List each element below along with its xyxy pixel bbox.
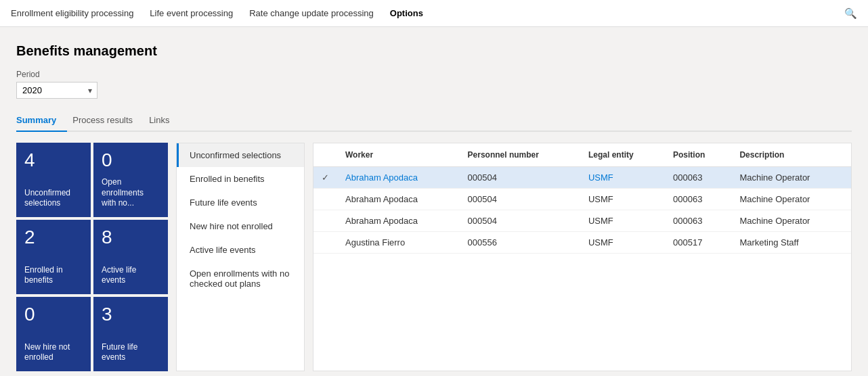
page-title: Benefits management	[16, 43, 852, 59]
col-worker: Worker	[337, 143, 460, 167]
tab-links[interactable]: Links	[149, 110, 180, 132]
tile-active-label: Active life events	[102, 265, 160, 286]
dashboard: 4 Unconfirmed selections 0 Open enrollme…	[16, 143, 852, 371]
nav-life-event[interactable]: Life event processing	[150, 1, 233, 25]
row-description: Machine Operator	[731, 167, 851, 189]
row-worker[interactable]: Abraham Apodaca	[337, 167, 460, 189]
menu-item-unconfirmed-selections[interactable]: Unconfirmed selections	[177, 143, 304, 167]
row-description: Machine Operator	[731, 189, 851, 210]
data-table: Worker Personnel number Legal entity Pos…	[313, 143, 851, 254]
period-label: Period	[16, 70, 852, 79]
tile-new-hire[interactable]: 0 New hire not enrolled	[16, 297, 91, 371]
menu-item-active-life-events[interactable]: Active life events	[177, 238, 304, 262]
menu-item-future-life-events[interactable]: Future life events	[177, 191, 304, 214]
table-row[interactable]: Agustina Fierro000556USMF000517Marketing…	[313, 232, 851, 254]
top-navigation: Enrollment eligibility processing Life e…	[0, 0, 868, 27]
tabs-bar: Summary Process results Links	[16, 110, 852, 132]
period-select-wrapper: 2020	[16, 82, 97, 99]
checkmark-icon: ✓	[322, 172, 329, 183]
tab-process-results[interactable]: Process results	[72, 110, 144, 132]
row-description: Machine Operator	[731, 210, 851, 232]
row-position: 000517	[665, 232, 731, 254]
nav-options[interactable]: Options	[390, 1, 423, 25]
period-select[interactable]: 2020	[16, 82, 97, 99]
nav-enrollment[interactable]: Enrollment eligibility processing	[11, 1, 133, 25]
tile-enrolled-label: Enrolled in benefits	[24, 265, 83, 286]
tile-enrolled[interactable]: 2 Enrolled in benefits	[16, 220, 91, 294]
period-field: Period 2020	[16, 70, 852, 110]
tile-unconfirmed-number: 4	[24, 151, 83, 170]
tile-unconfirmed-selections[interactable]: 4 Unconfirmed selections	[16, 143, 91, 217]
tile-active-life[interactable]: 8 Active life events	[93, 220, 168, 294]
col-personnel-number: Personnel number	[460, 143, 580, 167]
tile-future-number: 3	[102, 305, 160, 324]
search-icon[interactable]: 🔍	[844, 7, 857, 20]
table-header-row: Worker Personnel number Legal entity Pos…	[313, 143, 851, 167]
col-legal-entity: Legal entity	[580, 143, 665, 167]
table-row[interactable]: Abraham Apodaca000504USMF000063Machine O…	[313, 210, 851, 232]
side-menu: Unconfirmed selections Enrolled in benef…	[176, 143, 305, 371]
row-position: 000063	[665, 189, 731, 210]
menu-item-enrolled-in-benefits[interactable]: Enrolled in benefits	[177, 167, 304, 191]
tile-future-life[interactable]: 3 Future life events	[93, 297, 168, 371]
tile-newhire-number: 0	[24, 305, 83, 324]
menu-item-new-hire-not-enrolled[interactable]: New hire not enrolled	[177, 214, 304, 238]
tile-open-number: 0	[102, 151, 160, 170]
tile-future-label: Future life events	[102, 342, 160, 363]
row-personnel-number: 000504	[460, 167, 580, 189]
table-panel: Worker Personnel number Legal entity Pos…	[313, 143, 852, 371]
row-check	[313, 189, 337, 210]
row-legal-entity: USMF	[580, 189, 665, 210]
table-row[interactable]: Abraham Apodaca000504USMF000063Machine O…	[313, 189, 851, 210]
tile-newhire-label: New hire not enrolled	[24, 342, 83, 363]
row-position: 000063	[665, 210, 731, 232]
row-personnel-number: 000504	[460, 189, 580, 210]
nav-rate-change[interactable]: Rate change update processing	[249, 1, 374, 25]
row-personnel-number: 000504	[460, 210, 580, 232]
row-personnel-number: 000556	[460, 232, 580, 254]
row-worker: Abraham Apodaca	[337, 189, 460, 210]
row-legal-entity[interactable]: USMF	[580, 167, 665, 189]
row-description: Marketing Staff	[731, 232, 851, 254]
tiles-grid: 4 Unconfirmed selections 0 Open enrollme…	[16, 143, 168, 371]
row-worker: Abraham Apodaca	[337, 210, 460, 232]
table-row[interactable]: ✓Abraham Apodaca000504USMF000063Machine …	[313, 167, 851, 189]
tab-summary[interactable]: Summary	[16, 110, 67, 132]
row-check	[313, 232, 337, 254]
row-check	[313, 210, 337, 232]
tile-unconfirmed-label: Unconfirmed selections	[24, 188, 83, 209]
col-description: Description	[731, 143, 851, 167]
tile-active-number: 8	[102, 228, 160, 247]
row-worker: Agustina Fierro	[337, 232, 460, 254]
main-content: Benefits management Period 2020 Summary …	[0, 27, 868, 376]
row-check: ✓	[313, 167, 337, 189]
col-check	[313, 143, 337, 167]
tile-open-label: Open enrollments with no...	[102, 177, 160, 209]
tile-open-enrollments[interactable]: 0 Open enrollments with no...	[93, 143, 168, 217]
tile-enrolled-number: 2	[24, 228, 83, 247]
row-legal-entity: USMF	[580, 210, 665, 232]
row-legal-entity: USMF	[580, 232, 665, 254]
row-position: 000063	[665, 167, 731, 189]
menu-item-open-enrollments[interactable]: Open enrollments with no checked out pla…	[177, 262, 304, 296]
col-position: Position	[665, 143, 731, 167]
